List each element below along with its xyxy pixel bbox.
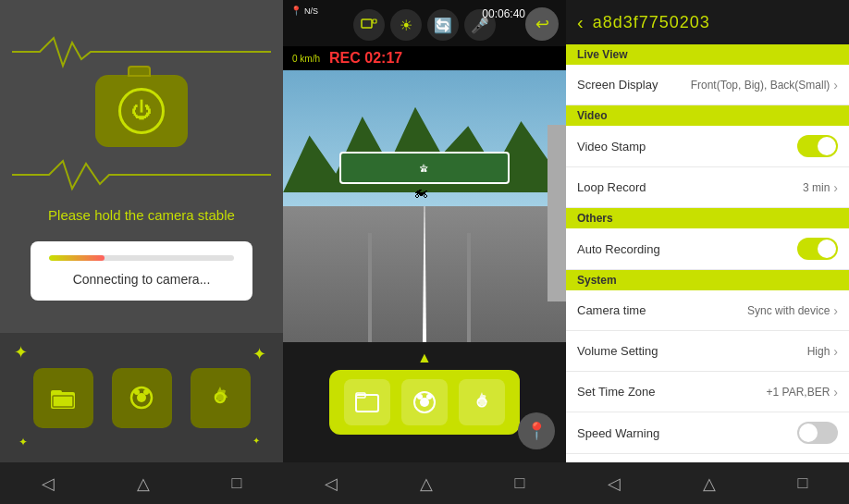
volume-setting-item[interactable]: Volume Setting High › [566, 331, 849, 372]
location-icon: 📍 [526, 421, 547, 441]
progress-bar-bg [49, 255, 234, 261]
return-button[interactable]: ↩ [525, 7, 559, 41]
rec-status-bar: 0 km/h REC 02:17 [283, 46, 566, 70]
volume-setting-text: High [807, 345, 831, 358]
settings-cam-button[interactable] [459, 379, 505, 425]
back-nav-icon[interactable]: ◁ [42, 473, 55, 494]
screen-display-value: Front(Top, Big), Back(Small) › [691, 78, 838, 92]
folder-button[interactable] [33, 368, 93, 428]
video-stamp-toggle[interactable] [797, 135, 838, 157]
panel-connecting: ⏻ Please hold the camera stable Connecti… [0, 0, 283, 504]
spark-icon: ✦ [14, 342, 28, 363]
back-nav-icon-p3[interactable]: ◁ [608, 473, 621, 494]
video-record-icon [408, 389, 441, 415]
loop-record-item[interactable]: Loop Record 3 min › [566, 167, 849, 208]
svg-point-14 [417, 394, 423, 400]
pulse-line-top [12, 33, 271, 70]
location-button[interactable]: 📍 [518, 412, 555, 449]
gsensor-item[interactable]: Gsensor Open - Low sensitivity › [566, 454, 849, 462]
back-nav-icon-p2[interactable]: ◁ [325, 473, 338, 494]
svg-rect-9 [373, 19, 376, 23]
section-others: Others [566, 208, 849, 228]
control-button-group [329, 370, 520, 435]
display-mode-button[interactable] [353, 9, 385, 41]
sign-pole-left [368, 233, 372, 342]
home-nav-icon-p2[interactable]: △ [420, 473, 433, 494]
panel1-bottom-toolbar: ✦ ✦ ✦ ✦ [0, 333, 283, 462]
settings-gear-icon [469, 389, 495, 415]
section-live-view: Live View [566, 44, 849, 65]
highway-sign: 🛣 [339, 152, 510, 184]
camera-time-text: Sync with device [747, 304, 830, 317]
settings-list: Live View Screen Display Front(Top, Big)… [566, 44, 849, 462]
section-system: System [566, 270, 849, 290]
device-id-title: a8d3f7750203 [593, 13, 710, 32]
panel-settings: ‹ a8d3f7750203 Live View Screen Display … [566, 0, 849, 504]
panel-recording: 📍 N/S ☀ 🔄 🎤 00:06:40 ↩ [283, 0, 566, 504]
camera-icon-large: ⏻ [95, 75, 188, 147]
panel2-top-bar: 📍 N/S ☀ 🔄 🎤 00:06:40 ↩ [283, 0, 566, 46]
volume-setting-value: High › [807, 344, 838, 359]
gallery-button[interactable] [344, 379, 390, 425]
camera-time-item[interactable]: Camera time Sync with device › [566, 290, 849, 331]
spark-icon-2: ✦ [18, 436, 28, 449]
settings-header: ‹ a8d3f7750203 [566, 0, 849, 44]
progress-bar-fill [49, 255, 105, 261]
video-stamp-label: Video Stamp [577, 140, 646, 154]
svg-rect-8 [362, 19, 372, 28]
camera-time-label: Camera time [577, 303, 646, 317]
svg-point-15 [426, 394, 432, 400]
back-button[interactable]: ‹ [577, 12, 584, 33]
sign-pole-right [467, 233, 471, 342]
set-time-zone-label: Set Time Zone [577, 385, 656, 399]
rec-label: REC 02:17 [329, 50, 402, 67]
hold-camera-text: Please hold the camera stable [48, 207, 235, 223]
set-time-zone-text: +1 PAR,BER [767, 386, 831, 399]
set-time-zone-value: +1 PAR,BER › [767, 385, 838, 400]
loop-record-label: Loop Record [577, 180, 646, 194]
loop-record-text: 3 min [803, 181, 830, 194]
screen-display-item[interactable]: Screen Display Front(Top, Big), Back(Sma… [566, 65, 849, 105]
connecting-box: Connecting to camera... [31, 241, 252, 301]
screen-display-text: Front(Top, Big), Back(Small) [691, 79, 831, 92]
screen-display-label: Screen Display [577, 78, 658, 92]
panel1-nav-bar: ◁ △ □ [0, 462, 283, 504]
video-stamp-item[interactable]: Video Stamp [566, 126, 849, 167]
recent-nav-icon-p2[interactable]: □ [515, 473, 525, 493]
chevron-right-icon-5: › [833, 385, 838, 400]
video-record-button[interactable] [401, 379, 448, 425]
video-button[interactable] [112, 368, 172, 428]
recent-nav-icon[interactable]: □ [232, 473, 242, 493]
spark-icon-3: ✦ [252, 344, 266, 364]
panel1-main: ⏻ Please hold the camera stable Connecti… [0, 0, 283, 333]
expand-arrow-icon[interactable]: ▲ [417, 350, 432, 366]
clock-display: 00:06:40 [482, 7, 525, 20]
home-nav-icon-p3[interactable]: △ [703, 473, 716, 494]
set-time-zone-item[interactable]: Set Time Zone +1 PAR,BER › [566, 372, 849, 412]
auto-recording-item[interactable]: Auto Recording [566, 228, 849, 270]
panel2-nav-bar: ◁ △ □ [283, 462, 566, 504]
auto-recording-toggle[interactable] [797, 238, 838, 260]
brightness-button[interactable]: ☀ [390, 9, 422, 41]
pulse-line-bottom [12, 156, 271, 193]
section-video: Video [566, 105, 849, 126]
camera-time-value: Sync with device › [747, 303, 838, 318]
loop-record-value: 3 min › [803, 180, 838, 195]
road-barrier [548, 125, 566, 301]
settings-button[interactable] [191, 368, 251, 428]
display-icon [361, 18, 377, 31]
speed-warning-label: Speed Warning [577, 426, 659, 440]
speed-warning-toggle[interactable] [797, 422, 838, 444]
recent-nav-icon-p3[interactable]: □ [798, 473, 808, 493]
motorcycle: 🏍 [413, 184, 428, 201]
gps-indicator: 📍 N/S [290, 6, 318, 16]
chevron-right-icon: › [833, 78, 838, 92]
video-icon [126, 385, 157, 411]
gear-icon [206, 384, 234, 412]
home-nav-icon[interactable]: △ [137, 473, 150, 494]
chevron-right-icon-2: › [833, 180, 838, 195]
flip-camera-button[interactable]: 🔄 [427, 9, 459, 41]
auto-recording-label: Auto Recording [577, 242, 660, 256]
speed-warning-item[interactable]: Speed Warning [566, 412, 849, 454]
folder-icon [49, 385, 77, 411]
